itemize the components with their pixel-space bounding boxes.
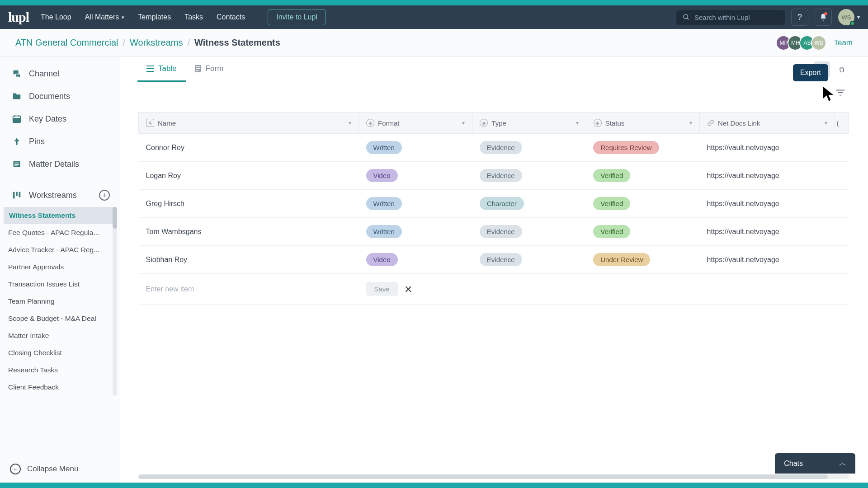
pin-icon	[12, 136, 22, 146]
scrollbar-thumb[interactable]	[113, 207, 117, 229]
link-cell[interactable]: https://vault.netvoyage	[700, 190, 835, 218]
svg-rect-19	[196, 68, 200, 69]
nav-contacts[interactable]: Contacts	[217, 13, 245, 21]
chats-widget[interactable]: Chats ︿	[775, 453, 855, 474]
tab-table[interactable]: Table	[137, 57, 186, 82]
app-header: lupl The Loop All Matters ▾ Templates Ta…	[0, 5, 868, 29]
status-pill[interactable]: Requires Review	[593, 141, 659, 154]
format-pill[interactable]: Written	[366, 197, 402, 210]
nav-templates[interactable]: Templates	[138, 13, 171, 21]
column-header-more[interactable]: (	[835, 113, 849, 134]
column-header-type[interactable]: ◉Type▾	[472, 113, 586, 134]
search-box[interactable]	[676, 10, 785, 25]
top-accent-strip	[0, 0, 868, 5]
sidebar-item-key-dates[interactable]: Key Dates	[0, 108, 119, 130]
user-menu[interactable]: WS ▾	[838, 9, 860, 25]
svg-rect-16	[146, 71, 154, 72]
text-column-icon: A	[146, 119, 154, 127]
chevron-up-icon: ︿	[839, 459, 846, 468]
type-pill[interactable]: Evidence	[480, 141, 522, 154]
type-pill[interactable]: Evidence	[480, 225, 522, 238]
breadcrumb-workstreams[interactable]: Workstreams	[130, 38, 183, 48]
add-workstream-button[interactable]: +	[99, 190, 110, 201]
chevron-down-icon[interactable]: ▾	[825, 120, 827, 126]
table-row[interactable]: Connor RoyWrittenEvidenceRequires Review…	[139, 134, 849, 162]
save-button[interactable]: Save	[366, 282, 398, 296]
tab-form[interactable]: Form	[186, 57, 233, 82]
type-pill[interactable]: Evidence	[480, 169, 522, 182]
link-cell[interactable]: https://vault.netvoyage	[700, 246, 835, 274]
sidebar-item-matter-details[interactable]: Matter Details	[0, 153, 119, 175]
format-pill[interactable]: Written	[366, 141, 402, 154]
sidebar-item-documents[interactable]: Documents	[0, 85, 119, 108]
svg-rect-9	[14, 164, 19, 165]
svg-rect-11	[13, 192, 15, 199]
link-cell[interactable]: https://vault.netvoyage	[700, 134, 835, 162]
workstream-item[interactable]: Scope & Budget - M&A Deal	[0, 310, 119, 327]
help-button[interactable]: ?	[791, 9, 808, 26]
workstream-item[interactable]: Fee Quotes - APAC Regula...	[0, 224, 119, 241]
table-row[interactable]: Siobhan RoyVideoEvidenceUnder Reviewhttp…	[139, 246, 849, 274]
link-cell[interactable]: https://vault.netvoyage	[700, 218, 835, 246]
table-row[interactable]: Tom WambsgansWrittenEvidenceVerifiedhttp…	[139, 218, 849, 246]
filter-button[interactable]	[835, 89, 845, 97]
notifications-button[interactable]	[815, 9, 832, 26]
table-row[interactable]: Logan RoyVideoEvidenceVerifiedhttps://va…	[139, 162, 849, 190]
column-header-name[interactable]: AName▾	[139, 113, 359, 134]
search-input[interactable]	[694, 14, 778, 21]
close-icon[interactable]: ✕	[404, 284, 412, 295]
team-avatar-stack[interactable]: MP MH AS WS	[779, 35, 826, 51]
workstream-item[interactable]: Team Planning	[0, 293, 119, 310]
collapse-menu-button[interactable]: ← Collapse Menu	[0, 455, 119, 483]
nav-label: All Matters	[85, 13, 119, 21]
type-pill[interactable]: Evidence	[480, 253, 522, 266]
nav-tasks[interactable]: Tasks	[184, 13, 203, 21]
breadcrumb-root[interactable]: ATN General Commercial	[15, 38, 118, 48]
column-header-link[interactable]: Net Docs Link▾	[700, 113, 835, 134]
invite-button[interactable]: Invite to Lupl	[268, 9, 326, 25]
svg-rect-13	[19, 192, 21, 197]
chevron-down-icon: ▾	[122, 14, 124, 20]
type-pill[interactable]: Character	[480, 197, 524, 210]
table-row[interactable]: Greg HirschWrittenCharacterVerifiedhttps…	[139, 190, 849, 218]
sidebar-item-label: Channel	[29, 69, 59, 79]
workstream-item[interactable]: Partner Approvals	[0, 258, 119, 276]
column-header-format[interactable]: ◉Format▾	[359, 113, 472, 134]
workstream-item[interactable]: Matter Intake	[0, 327, 119, 344]
sidebar-item-channel[interactable]: Channel	[0, 62, 119, 85]
sidebar-item-pins[interactable]: Pins	[0, 130, 119, 153]
workstream-item[interactable]: Advice Tracker - APAC Reg...	[0, 241, 119, 258]
chevron-down-icon: ▾	[857, 14, 860, 20]
workstream-item[interactable]: Closing Checklist	[0, 344, 119, 361]
svg-rect-18	[196, 66, 200, 67]
svg-rect-20	[196, 70, 198, 71]
workstream-item[interactable]: Witness Statements	[4, 207, 115, 224]
status-pill[interactable]: Verified	[593, 169, 630, 182]
team-link[interactable]: Team	[834, 38, 853, 47]
h-scrollbar-thumb[interactable]	[138, 474, 828, 479]
new-item-input[interactable]: Enter new item	[146, 285, 194, 293]
column-header-status[interactable]: ◉Status▾	[586, 113, 699, 134]
chevron-down-icon[interactable]: ▾	[689, 120, 692, 126]
status-pill[interactable]: Verified	[593, 225, 630, 238]
workstream-item[interactable]: Client Feedback	[0, 379, 119, 396]
logo[interactable]: lupl	[8, 9, 29, 25]
chevron-down-icon[interactable]: ▾	[462, 120, 465, 126]
link-cell[interactable]: https://vault.netvoyage	[700, 162, 835, 190]
nav-the-loop[interactable]: The Loop	[41, 13, 71, 21]
avatar: WS	[838, 9, 854, 25]
breadcrumb-current: Witness Statements	[194, 38, 280, 48]
status-pill[interactable]: Under Review	[593, 253, 650, 266]
search-icon	[683, 14, 690, 21]
chevron-down-icon[interactable]: ▾	[349, 120, 351, 126]
workstream-item[interactable]: Research Tasks	[0, 361, 119, 379]
status-pill[interactable]: Verified	[593, 197, 630, 210]
workstream-item[interactable]: Transaction Issues List	[0, 276, 119, 293]
nav-all-matters[interactable]: All Matters ▾	[85, 13, 125, 21]
format-pill[interactable]: Video	[366, 253, 398, 266]
format-pill[interactable]: Video	[366, 169, 398, 182]
sidebar-item-workstreams[interactable]: Workstreams +	[0, 183, 119, 207]
chevron-down-icon[interactable]: ▾	[576, 120, 579, 126]
delete-button[interactable]	[834, 61, 850, 78]
format-pill[interactable]: Written	[366, 225, 402, 238]
